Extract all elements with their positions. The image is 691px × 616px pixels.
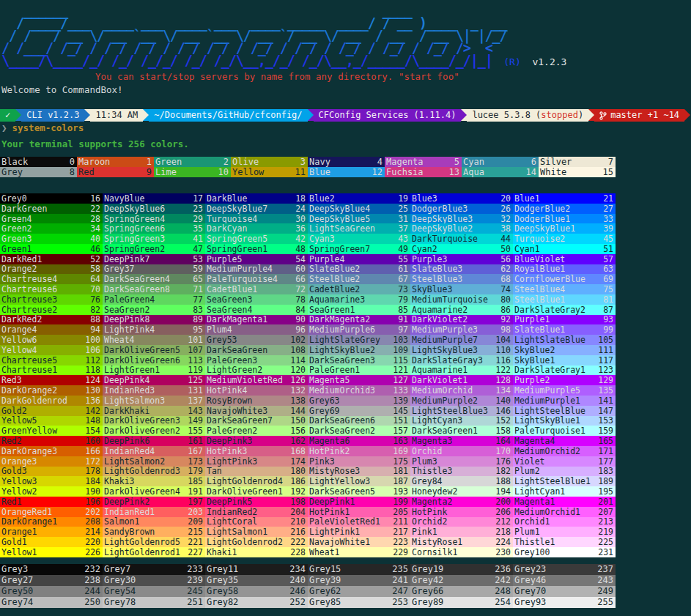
palette-row: Grey8Red9Lime10Yellow11Blue12Fuchsia13Aq… bbox=[0, 167, 616, 177]
color-name: LightSalmon3 bbox=[104, 396, 165, 406]
color-name: DeepSkyBlue2 bbox=[412, 223, 473, 234]
color-number: 240 bbox=[289, 575, 306, 585]
color-swatch-Grey: Grey8 bbox=[0, 167, 77, 177]
color-swatch-LightPink3: LightPink3174 bbox=[205, 456, 308, 467]
color-swatch-DarkSeaGreen3: DarkSeaGreen3115 bbox=[308, 355, 410, 365]
color-name: Grey37 bbox=[104, 264, 135, 275]
color-name: Green1 bbox=[1, 244, 32, 254]
color-swatch-MediumOrchid: MediumOrchid134 bbox=[410, 385, 513, 396]
color-name: Purple3 bbox=[412, 254, 447, 264]
color-number: 243 bbox=[597, 575, 613, 585]
color-swatch-Grey100: Grey100231 bbox=[513, 547, 616, 557]
color-name: Orchid bbox=[412, 446, 443, 456]
color-name: Violet bbox=[514, 456, 545, 467]
prompt-segment-cwd: ~/Documents/GitHub/cfconfig/ bbox=[149, 109, 307, 122]
color-number: 223 bbox=[393, 537, 408, 547]
color-number: 244 bbox=[84, 586, 100, 596]
color-number: 222 bbox=[290, 537, 306, 547]
color-name: Red3 bbox=[1, 375, 22, 385]
color-name: LightGoldenrod5 bbox=[104, 537, 180, 547]
color-swatch-LightGoldenrod3: LightGoldenrod3179 bbox=[103, 467, 205, 477]
color-swatch-MediumTurquoise: MediumTurquoise80 bbox=[410, 294, 513, 305]
color-name: DarkSeaGreen3 bbox=[309, 355, 375, 365]
color-number: 103 bbox=[393, 335, 408, 345]
color-number: 127 bbox=[393, 375, 408, 385]
color-name: DarkSeaGreen bbox=[207, 345, 267, 355]
color-number: 161 bbox=[188, 436, 203, 446]
color-number: 14 bbox=[526, 167, 536, 177]
color-swatch-Lime: Lime10 bbox=[154, 167, 231, 177]
color-name: Purple2 bbox=[514, 375, 550, 385]
color-name: Orange3 bbox=[1, 456, 37, 467]
color-number: 246 bbox=[289, 586, 306, 596]
color-number: 82 bbox=[90, 305, 100, 315]
color-swatch-Grey89: Grey89254 bbox=[410, 597, 513, 608]
color-number: 13 bbox=[449, 167, 459, 177]
color-number: 60 bbox=[295, 264, 306, 275]
color-swatch-Orchid2: Orchid2212 bbox=[410, 517, 513, 527]
color-number: 254 bbox=[495, 597, 511, 607]
palette-row: Green340SpringGreen341SpringGreen542Cyan… bbox=[0, 234, 616, 244]
color-swatch-LightSalmon3: LightSalmon3137 bbox=[103, 396, 205, 406]
terminal-window[interactable]: ______ ____ / ____/___ ____ ___ ____ ___… bbox=[0, 4, 691, 616]
color-name: Silver bbox=[540, 157, 572, 167]
color-name: DarkMagenta2 bbox=[309, 315, 370, 325]
color-number: 196 bbox=[85, 497, 100, 507]
color-swatch-LightSalmon1: LightSalmon1216 bbox=[205, 527, 308, 537]
color-number: 219 bbox=[598, 527, 613, 537]
color-name: SpringGreen3 bbox=[104, 234, 165, 244]
color-swatch-DeepPink7: DeepPink753 bbox=[103, 254, 205, 264]
color-name: Grey46 bbox=[514, 575, 546, 585]
color-swatch-Yellow5: Yellow5148 bbox=[0, 416, 103, 426]
palette-row: Gold2142DarkKhaki143NavajoWhite3144Grey6… bbox=[0, 406, 616, 416]
color-name: Cornsilk1 bbox=[412, 547, 457, 557]
color-name: Aquamarine3 bbox=[309, 294, 365, 305]
color-name: CadetBlue2 bbox=[309, 284, 360, 294]
color-number: 98 bbox=[500, 324, 511, 335]
color-number: 113 bbox=[188, 355, 203, 365]
powerline-prompt-bar: ✓CLI v1.2.311:34 AM~/Documents/GitHub/cf… bbox=[0, 109, 691, 122]
color-swatch-DeepPink4: DeepPink4125 bbox=[103, 375, 205, 385]
color-number: 178 bbox=[85, 467, 100, 477]
color-swatch-Cornsilk1: Cornsilk1230 bbox=[410, 547, 513, 557]
color-name: Fuchsia bbox=[386, 167, 424, 177]
color-swatch-Grey69: Grey69145 bbox=[308, 406, 410, 416]
color-swatch-MediumPurple3: MediumPurple398 bbox=[410, 324, 513, 335]
color-number: 69 bbox=[603, 274, 613, 284]
color-swatch-Red: Red9 bbox=[77, 167, 154, 177]
color-name: DeepPink2 bbox=[104, 497, 149, 507]
color-name: PaleGreen1 bbox=[309, 365, 360, 376]
color-number: 126 bbox=[290, 375, 306, 385]
color-name: IndianRed2 bbox=[207, 507, 257, 517]
color-number: 177 bbox=[598, 456, 613, 467]
color-swatch-LightPink4: LightPink495 bbox=[103, 324, 205, 335]
color-swatch-LightCyan1: LightCyan1195 bbox=[513, 486, 616, 497]
color-name: LightGreen1 bbox=[104, 365, 160, 376]
palette-row: Green428SpringGreen429Turquoise430DeepSk… bbox=[0, 214, 616, 224]
color-name: Red2 bbox=[1, 436, 22, 446]
color-swatch-DarkRed1: DarkRed152 bbox=[0, 254, 103, 264]
color-number: 174 bbox=[290, 456, 306, 467]
color-name: Plum3 bbox=[412, 456, 437, 467]
color-swatch-Red2: Red2160 bbox=[0, 436, 103, 446]
color-number: 28 bbox=[90, 214, 100, 224]
color-swatch-Grey39: Grey39241 bbox=[308, 575, 410, 586]
color-number: 186 bbox=[290, 476, 306, 486]
color-number: 157 bbox=[393, 426, 408, 436]
prompt-segment-text: ) bbox=[578, 109, 583, 122]
color-number: 72 bbox=[295, 284, 306, 294]
color-name: Grey58 bbox=[207, 586, 238, 596]
color-number: 156 bbox=[290, 426, 306, 436]
palette-row: Yellow4106DarkOliveGreen5107DarkSeaGreen… bbox=[0, 345, 616, 355]
command-line[interactable]: ❯system-colors bbox=[1, 122, 691, 133]
color-number: 142 bbox=[85, 406, 100, 416]
color-number: 193 bbox=[393, 486, 408, 497]
color-number: 199 bbox=[393, 497, 408, 507]
color-swatch-MediumPurple4: MediumPurple460 bbox=[205, 264, 308, 275]
color-swatch-Green2: Green234 bbox=[0, 223, 103, 234]
color-number: 121 bbox=[393, 365, 408, 376]
color-name: Red1 bbox=[1, 497, 22, 507]
color-name: LightGoldenrod2 bbox=[207, 537, 283, 547]
color-number: 235 bbox=[392, 564, 408, 574]
color-swatch-DarkRed2: DarkRed288 bbox=[0, 315, 103, 325]
